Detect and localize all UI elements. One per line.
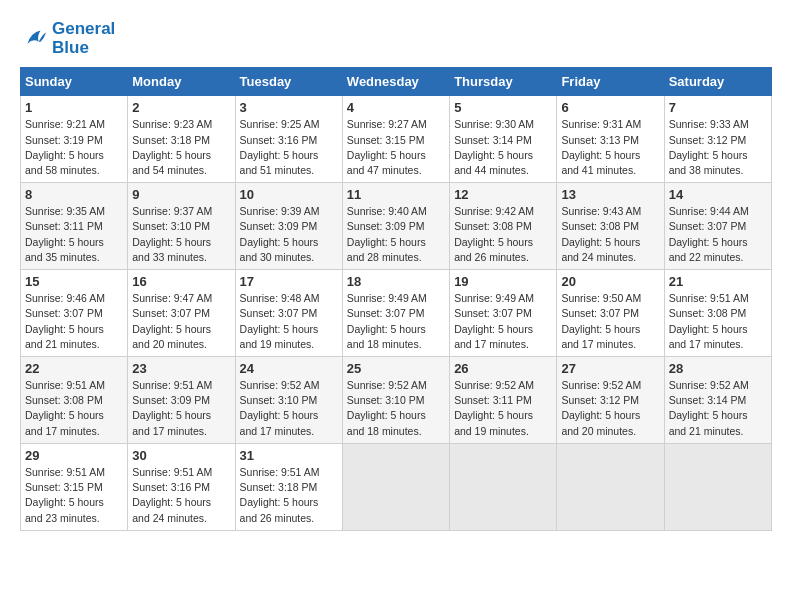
- day-number: 20: [561, 274, 659, 289]
- day-info: Sunrise: 9:49 AMSunset: 3:07 PMDaylight:…: [347, 291, 445, 352]
- day-info: Sunrise: 9:44 AMSunset: 3:07 PMDaylight:…: [669, 204, 767, 265]
- day-info: Sunrise: 9:46 AMSunset: 3:07 PMDaylight:…: [25, 291, 123, 352]
- calendar-cell: 4Sunrise: 9:27 AMSunset: 3:15 PMDaylight…: [342, 96, 449, 183]
- day-number: 28: [669, 361, 767, 376]
- day-number: 22: [25, 361, 123, 376]
- day-info: Sunrise: 9:51 AMSunset: 3:15 PMDaylight:…: [25, 465, 123, 526]
- day-number: 23: [132, 361, 230, 376]
- calendar-cell: 7Sunrise: 9:33 AMSunset: 3:12 PMDaylight…: [664, 96, 771, 183]
- calendar-cell: 27Sunrise: 9:52 AMSunset: 3:12 PMDayligh…: [557, 357, 664, 444]
- day-number: 13: [561, 187, 659, 202]
- calendar-cell: 25Sunrise: 9:52 AMSunset: 3:10 PMDayligh…: [342, 357, 449, 444]
- day-info: Sunrise: 9:35 AMSunset: 3:11 PMDaylight:…: [25, 204, 123, 265]
- day-info: Sunrise: 9:52 AMSunset: 3:10 PMDaylight:…: [240, 378, 338, 439]
- calendar-cell: 24Sunrise: 9:52 AMSunset: 3:10 PMDayligh…: [235, 357, 342, 444]
- calendar-cell: 30Sunrise: 9:51 AMSunset: 3:16 PMDayligh…: [128, 443, 235, 530]
- calendar-cell: 13Sunrise: 9:43 AMSunset: 3:08 PMDayligh…: [557, 183, 664, 270]
- day-info: Sunrise: 9:42 AMSunset: 3:08 PMDaylight:…: [454, 204, 552, 265]
- day-number: 3: [240, 100, 338, 115]
- calendar-cell: 20Sunrise: 9:50 AMSunset: 3:07 PMDayligh…: [557, 270, 664, 357]
- day-number: 18: [347, 274, 445, 289]
- calendar-cell: [342, 443, 449, 530]
- day-number: 19: [454, 274, 552, 289]
- day-info: Sunrise: 9:25 AMSunset: 3:16 PMDaylight:…: [240, 117, 338, 178]
- day-info: Sunrise: 9:43 AMSunset: 3:08 PMDaylight:…: [561, 204, 659, 265]
- day-number: 1: [25, 100, 123, 115]
- calendar-cell: 18Sunrise: 9:49 AMSunset: 3:07 PMDayligh…: [342, 270, 449, 357]
- calendar-cell: 26Sunrise: 9:52 AMSunset: 3:11 PMDayligh…: [450, 357, 557, 444]
- day-number: 4: [347, 100, 445, 115]
- day-info: Sunrise: 9:39 AMSunset: 3:09 PMDaylight:…: [240, 204, 338, 265]
- logo-icon: [20, 25, 48, 53]
- day-info: Sunrise: 9:52 AMSunset: 3:12 PMDaylight:…: [561, 378, 659, 439]
- calendar-cell: 1Sunrise: 9:21 AMSunset: 3:19 PMDaylight…: [21, 96, 128, 183]
- day-info: Sunrise: 9:51 AMSunset: 3:09 PMDaylight:…: [132, 378, 230, 439]
- day-number: 26: [454, 361, 552, 376]
- calendar-cell: 22Sunrise: 9:51 AMSunset: 3:08 PMDayligh…: [21, 357, 128, 444]
- day-info: Sunrise: 9:33 AMSunset: 3:12 PMDaylight:…: [669, 117, 767, 178]
- day-info: Sunrise: 9:31 AMSunset: 3:13 PMDaylight:…: [561, 117, 659, 178]
- day-number: 16: [132, 274, 230, 289]
- day-number: 27: [561, 361, 659, 376]
- logo: General Blue: [20, 20, 115, 57]
- day-number: 10: [240, 187, 338, 202]
- day-number: 12: [454, 187, 552, 202]
- day-number: 7: [669, 100, 767, 115]
- day-info: Sunrise: 9:51 AMSunset: 3:08 PMDaylight:…: [25, 378, 123, 439]
- day-number: 8: [25, 187, 123, 202]
- calendar-cell: 9Sunrise: 9:37 AMSunset: 3:10 PMDaylight…: [128, 183, 235, 270]
- day-number: 6: [561, 100, 659, 115]
- day-number: 17: [240, 274, 338, 289]
- calendar-cell: 11Sunrise: 9:40 AMSunset: 3:09 PMDayligh…: [342, 183, 449, 270]
- day-number: 24: [240, 361, 338, 376]
- day-info: Sunrise: 9:30 AMSunset: 3:14 PMDaylight:…: [454, 117, 552, 178]
- weekday-header-saturday: Saturday: [664, 68, 771, 96]
- calendar-cell: 14Sunrise: 9:44 AMSunset: 3:07 PMDayligh…: [664, 183, 771, 270]
- calendar-cell: [450, 443, 557, 530]
- day-info: Sunrise: 9:23 AMSunset: 3:18 PMDaylight:…: [132, 117, 230, 178]
- day-number: 29: [25, 448, 123, 463]
- day-info: Sunrise: 9:47 AMSunset: 3:07 PMDaylight:…: [132, 291, 230, 352]
- day-info: Sunrise: 9:52 AMSunset: 3:14 PMDaylight:…: [669, 378, 767, 439]
- day-number: 14: [669, 187, 767, 202]
- calendar-cell: 28Sunrise: 9:52 AMSunset: 3:14 PMDayligh…: [664, 357, 771, 444]
- day-number: 2: [132, 100, 230, 115]
- weekday-header-sunday: Sunday: [21, 68, 128, 96]
- day-info: Sunrise: 9:48 AMSunset: 3:07 PMDaylight:…: [240, 291, 338, 352]
- day-number: 11: [347, 187, 445, 202]
- calendar-cell: 17Sunrise: 9:48 AMSunset: 3:07 PMDayligh…: [235, 270, 342, 357]
- day-info: Sunrise: 9:49 AMSunset: 3:07 PMDaylight:…: [454, 291, 552, 352]
- calendar-cell: 2Sunrise: 9:23 AMSunset: 3:18 PMDaylight…: [128, 96, 235, 183]
- calendar-cell: [557, 443, 664, 530]
- day-info: Sunrise: 9:37 AMSunset: 3:10 PMDaylight:…: [132, 204, 230, 265]
- day-number: 31: [240, 448, 338, 463]
- weekday-header-friday: Friday: [557, 68, 664, 96]
- calendar-cell: 12Sunrise: 9:42 AMSunset: 3:08 PMDayligh…: [450, 183, 557, 270]
- day-number: 30: [132, 448, 230, 463]
- day-info: Sunrise: 9:52 AMSunset: 3:10 PMDaylight:…: [347, 378, 445, 439]
- weekday-header-monday: Monday: [128, 68, 235, 96]
- day-info: Sunrise: 9:51 AMSunset: 3:18 PMDaylight:…: [240, 465, 338, 526]
- day-info: Sunrise: 9:21 AMSunset: 3:19 PMDaylight:…: [25, 117, 123, 178]
- calendar-cell: [664, 443, 771, 530]
- calendar-cell: 6Sunrise: 9:31 AMSunset: 3:13 PMDaylight…: [557, 96, 664, 183]
- day-info: Sunrise: 9:51 AMSunset: 3:16 PMDaylight:…: [132, 465, 230, 526]
- calendar-cell: 29Sunrise: 9:51 AMSunset: 3:15 PMDayligh…: [21, 443, 128, 530]
- day-info: Sunrise: 9:52 AMSunset: 3:11 PMDaylight:…: [454, 378, 552, 439]
- day-number: 15: [25, 274, 123, 289]
- day-number: 9: [132, 187, 230, 202]
- day-info: Sunrise: 9:40 AMSunset: 3:09 PMDaylight:…: [347, 204, 445, 265]
- day-number: 21: [669, 274, 767, 289]
- calendar-cell: 8Sunrise: 9:35 AMSunset: 3:11 PMDaylight…: [21, 183, 128, 270]
- calendar-cell: 5Sunrise: 9:30 AMSunset: 3:14 PMDaylight…: [450, 96, 557, 183]
- calendar-cell: 15Sunrise: 9:46 AMSunset: 3:07 PMDayligh…: [21, 270, 128, 357]
- calendar-table: SundayMondayTuesdayWednesdayThursdayFrid…: [20, 67, 772, 530]
- calendar-cell: 31Sunrise: 9:51 AMSunset: 3:18 PMDayligh…: [235, 443, 342, 530]
- day-info: Sunrise: 9:27 AMSunset: 3:15 PMDaylight:…: [347, 117, 445, 178]
- calendar-cell: 16Sunrise: 9:47 AMSunset: 3:07 PMDayligh…: [128, 270, 235, 357]
- calendar-cell: 21Sunrise: 9:51 AMSunset: 3:08 PMDayligh…: [664, 270, 771, 357]
- day-number: 5: [454, 100, 552, 115]
- weekday-header-thursday: Thursday: [450, 68, 557, 96]
- day-number: 25: [347, 361, 445, 376]
- calendar-cell: 10Sunrise: 9:39 AMSunset: 3:09 PMDayligh…: [235, 183, 342, 270]
